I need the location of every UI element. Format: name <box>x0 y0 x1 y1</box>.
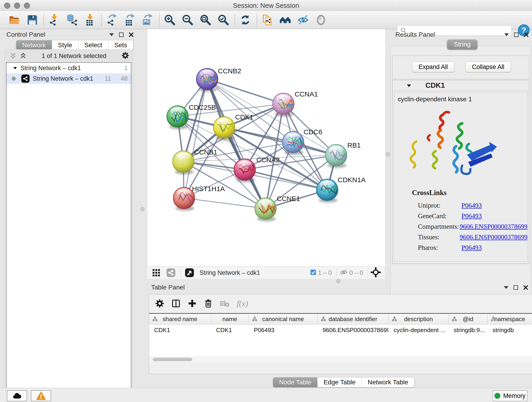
clone-network-button[interactable] <box>260 12 275 27</box>
tab-node-table[interactable]: Node Table <box>273 377 317 387</box>
network-view-toolbar: String Network – cdk1 1 – 0 0 – 0 <box>147 266 385 279</box>
first-neighbors-button[interactable] <box>278 12 293 27</box>
network-row-selected[interactable]: String Network – cdk1 11 48 <box>7 73 131 84</box>
node-label-CDK1: CDK1 <box>235 113 253 121</box>
import-table-button[interactable] <box>82 12 98 27</box>
table-cell: stringdb <box>488 325 532 335</box>
selected-node-edge-counts: 1 – 0 <box>318 269 332 276</box>
crosslink-row: Uniprot:P06493 <box>394 200 527 211</box>
column-header-description[interactable]: description <box>389 314 449 324</box>
import-network-file-button[interactable] <box>47 12 62 27</box>
memory-status-dot <box>494 393 500 399</box>
birds-eye-view-icon[interactable] <box>184 268 196 278</box>
column-header-shared-name[interactable]: shared name <box>149 314 211 324</box>
table-horizontal-scrollbar[interactable] <box>149 357 532 362</box>
network-collection-row[interactable]: String Network – cdk1 1 <box>7 63 131 73</box>
open-session-icon <box>8 14 21 26</box>
float-panel-icon[interactable] <box>513 285 519 290</box>
crosslinks-heading: CrossLinks <box>394 189 527 197</box>
tab-network[interactable]: Network <box>16 40 52 50</box>
column-header-@id[interactable]: @id <box>449 314 488 324</box>
show-columns-icon[interactable] <box>171 299 181 308</box>
crosslink-value-link[interactable]: P06493 <box>462 202 482 209</box>
scrollbar-thumb[interactable] <box>153 358 192 361</box>
zoom-selected-button[interactable] <box>216 12 231 27</box>
close-panel-icon[interactable] <box>128 32 134 37</box>
tab-edge-table[interactable]: Edge Table <box>317 377 362 387</box>
column-header-database-identifier[interactable]: database identifier <box>317 314 389 324</box>
float-panel-icon[interactable] <box>119 32 124 37</box>
node-selection-mode-icon[interactable] <box>371 267 381 278</box>
column-header-name[interactable]: name <box>211 314 249 324</box>
export-image-button[interactable] <box>140 12 155 27</box>
function-builder-icon: f(x) <box>237 299 248 308</box>
network-badge-icon[interactable] <box>165 268 177 278</box>
column-header-canonical-name[interactable]: canonical name <box>249 314 317 324</box>
collapse-all-networks-icon[interactable] <box>10 52 17 59</box>
warnings-button[interactable] <box>31 390 51 401</box>
crosslink-value-link[interactable]: 9606.ENSP00000378699 <box>460 233 527 241</box>
network-options-gear-icon[interactable] <box>121 51 129 60</box>
crosslink-value-link[interactable]: 9606.ENSP00000378699 <box>460 223 527 230</box>
cloud-status-button[interactable] <box>7 390 27 401</box>
column-header-namespace[interactable]: namespace <box>488 314 532 324</box>
table-toolbar: f(x) <box>149 294 532 313</box>
right-splitter-handle[interactable] <box>386 152 390 157</box>
selected-checkbox-icon[interactable] <box>310 269 317 277</box>
left-splitter-handle[interactable] <box>140 207 145 211</box>
network-canvas[interactable]: CCNB2CCNA1CDC25BCDK1CDC6RB1CCNB1CCNA2CDK… <box>147 29 385 266</box>
edge-count: 48 <box>121 75 128 82</box>
edge <box>184 198 266 209</box>
panel-menu-caret-icon[interactable] <box>504 286 509 289</box>
collection-count: 1 <box>124 65 128 72</box>
tab-string[interactable]: String <box>447 39 477 50</box>
refresh-button[interactable] <box>238 12 253 27</box>
delete-column-icon[interactable] <box>204 299 213 308</box>
node-table: shared namenamecanonical namedatabase id… <box>149 313 532 357</box>
network-tab-panel: 1 of 1 Network selected String Network –… <box>4 49 133 402</box>
show-all-button[interactable] <box>313 12 329 27</box>
close-panel-icon[interactable] <box>523 285 528 290</box>
export-table-icon <box>124 14 136 26</box>
expand-all-networks-icon[interactable] <box>20 52 27 59</box>
open-session-button[interactable] <box>7 12 22 27</box>
hidden-eye-slash-icon[interactable] <box>339 268 348 277</box>
expand-collapse-box: Expand All Collapse All <box>392 56 529 79</box>
memory-button[interactable]: Memory <box>493 390 527 401</box>
panel-menu-caret-icon[interactable] <box>504 33 509 36</box>
main-toolbar: ? <box>0 11 532 29</box>
save-session-button[interactable] <box>25 12 40 27</box>
export-network-icon <box>106 14 118 26</box>
panel-menu-caret-icon[interactable] <box>109 33 114 36</box>
delete-table-icon-disabled <box>220 299 230 307</box>
table-options-gear-icon[interactable] <box>155 299 164 308</box>
gene-section-header[interactable]: CDK1 <box>393 80 529 91</box>
crosslink-value-link[interactable]: P06493 <box>462 212 482 220</box>
export-network-button[interactable] <box>104 12 120 27</box>
section-expander-icon[interactable] <box>407 84 411 87</box>
crosslink-value-link[interactable]: P06493 <box>462 244 482 251</box>
tab-style[interactable]: Style <box>52 40 78 50</box>
warning-icon <box>36 391 46 400</box>
tab-select[interactable]: Select <box>78 40 108 50</box>
zoom-out-button[interactable] <box>180 12 195 27</box>
float-panel-icon[interactable] <box>514 32 519 37</box>
table-row[interactable]: CDK1CDK1P064939606.ENSP00000378699cyclin… <box>149 325 532 335</box>
hide-selected-button[interactable] <box>296 12 311 27</box>
tree-expander-icon[interactable] <box>13 66 17 70</box>
window-title: Session: New Session <box>0 2 532 9</box>
zoom-fit-button[interactable] <box>198 12 213 27</box>
create-column-icon[interactable] <box>188 299 197 308</box>
import-network-database-icon <box>66 14 78 26</box>
import-network-database-button[interactable] <box>65 12 80 27</box>
export-table-button[interactable] <box>122 12 138 27</box>
grid-view-icon[interactable] <box>150 268 162 278</box>
node-label-CCNB2: CCNB2 <box>218 67 241 75</box>
tab-sets[interactable]: Sets <box>108 40 133 50</box>
tab-network-table[interactable]: Network Table <box>362 377 414 387</box>
node-label-CDC6: CDC6 <box>304 128 322 136</box>
expand-all-button[interactable]: Expand All <box>412 62 455 72</box>
close-panel-icon[interactable] <box>524 32 529 37</box>
zoom-in-button[interactable] <box>162 12 177 27</box>
collapse-all-button[interactable]: Collapse All <box>465 62 511 72</box>
